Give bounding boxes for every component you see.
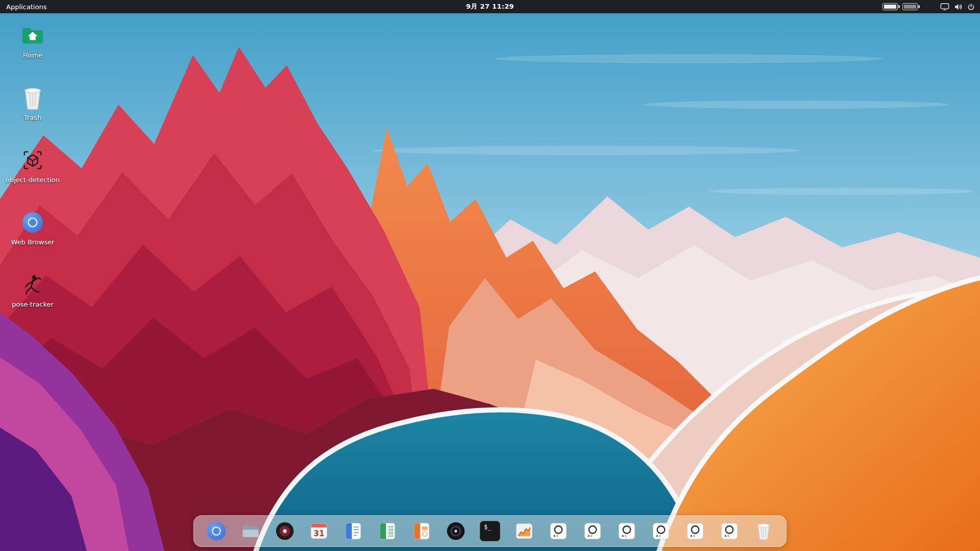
app-placeholder-icon bbox=[651, 521, 671, 541]
calc-icon bbox=[377, 521, 398, 541]
panel-clock: 9月 27 11:29 bbox=[466, 2, 514, 11]
desktop-icon-label: Home bbox=[23, 52, 42, 59]
desktop-icon-label: Trash bbox=[24, 114, 41, 121]
dock: 31 bbox=[193, 515, 787, 547]
dock-item-app-placeholder-6[interactable] bbox=[718, 520, 741, 542]
terminal-prompt: $_ bbox=[484, 523, 491, 531]
impress-icon bbox=[411, 521, 432, 541]
dock-item-app-placeholder-4[interactable] bbox=[650, 520, 672, 542]
trash-can-icon bbox=[22, 85, 43, 111]
dock-item-app-placeholder-2[interactable] bbox=[581, 520, 604, 542]
applications-menu[interactable]: Applications bbox=[0, 0, 53, 13]
wallpaper-mountains bbox=[0, 0, 980, 551]
app-placeholder-icon bbox=[617, 521, 637, 541]
cube-scan-icon bbox=[21, 147, 44, 173]
system-tray bbox=[883, 3, 980, 11]
dock-item-libreoffice-writer[interactable] bbox=[342, 520, 364, 542]
desktop-icon-object-detection[interactable]: object-detection bbox=[8, 147, 57, 185]
app-placeholder-icon bbox=[685, 521, 705, 541]
disc-icon bbox=[446, 521, 466, 541]
stick-figure-icon bbox=[21, 271, 44, 298]
dock-item-app-placeholder-3[interactable] bbox=[616, 520, 638, 542]
desktop-icon-column: Home Trash bbox=[8, 22, 57, 309]
dock-item-terminal[interactable]: $_ bbox=[479, 520, 501, 542]
desktop-icon-label: Web Browser bbox=[11, 238, 54, 246]
dock-item-app-placeholder-5[interactable] bbox=[684, 520, 706, 542]
chromium-icon bbox=[206, 520, 227, 542]
chromium-icon bbox=[21, 209, 44, 236]
power-icon[interactable] bbox=[967, 3, 975, 11]
dock-item-file-manager[interactable] bbox=[239, 520, 262, 542]
battery-fill bbox=[884, 5, 896, 9]
dock-item-calendar[interactable]: 31 bbox=[308, 520, 330, 542]
dock-item-graph-viewer[interactable] bbox=[513, 520, 535, 542]
graph-icon bbox=[514, 521, 534, 541]
calendar-icon: 31 bbox=[309, 521, 329, 541]
desktop-icon-label: pose-tracker bbox=[12, 300, 54, 308]
desktop-icon-label: object-detection bbox=[6, 176, 60, 184]
trash-can-icon bbox=[755, 521, 772, 541]
desktop-icon-home[interactable]: Home bbox=[8, 22, 57, 60]
dock-item-libreoffice-calc[interactable] bbox=[376, 520, 399, 542]
display-icon[interactable] bbox=[940, 3, 949, 11]
media-player-icon bbox=[275, 521, 295, 541]
calendar-day: 31 bbox=[313, 529, 324, 538]
folder-icon bbox=[240, 521, 261, 541]
top-panel: Applications 9月 27 11:29 bbox=[0, 0, 980, 13]
dock-item-media-player[interactable] bbox=[274, 520, 296, 542]
writer-icon bbox=[343, 521, 363, 541]
battery-indicator-2[interactable] bbox=[902, 3, 918, 10]
desktop-icon-pose-tracker[interactable]: pose-tracker bbox=[8, 271, 57, 309]
app-placeholder-icon bbox=[582, 521, 603, 541]
dock-item-libreoffice-impress[interactable] bbox=[410, 520, 433, 542]
volume-icon[interactable] bbox=[954, 3, 963, 11]
dock-item-disc-player[interactable] bbox=[445, 520, 467, 542]
desktop-icon-trash[interactable]: Trash bbox=[8, 85, 57, 122]
desktop: Applications 9月 27 11:29 bbox=[0, 0, 980, 551]
green-home-folder-icon bbox=[21, 22, 44, 49]
app-placeholder-icon bbox=[548, 521, 569, 541]
dock-item-chromium[interactable] bbox=[205, 520, 228, 542]
dock-item-app-placeholder-1[interactable] bbox=[547, 520, 570, 542]
terminal-icon: $_ bbox=[480, 521, 500, 541]
desktop-icon-web-browser[interactable]: Web Browser bbox=[8, 209, 57, 247]
battery-indicator-1[interactable] bbox=[883, 3, 898, 10]
app-placeholder-icon bbox=[719, 521, 740, 541]
battery-fill bbox=[904, 5, 916, 9]
dock-item-trash[interactable] bbox=[752, 520, 775, 542]
